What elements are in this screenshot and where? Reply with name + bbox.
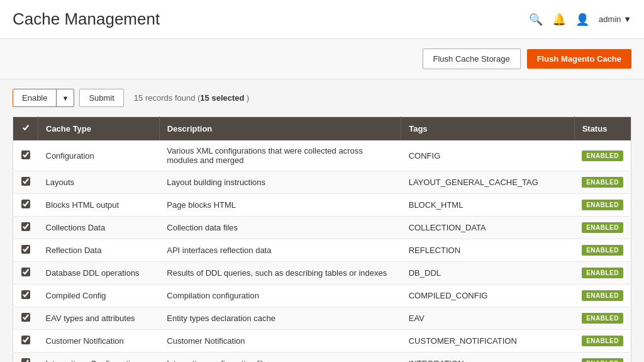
tags-cell: CONFIG [401, 140, 574, 171]
top-actions-bar: Flush Cache Storage Flush Magento Cache [0, 39, 644, 79]
row-checkbox-cell[interactable] [13, 330, 38, 353]
toolbar: Enable ▼ Submit 15 records found (15 sel… [13, 89, 631, 107]
status-badge: ENABLED [582, 358, 623, 362]
status-cell: ENABLED [574, 330, 631, 353]
table-row: Blocks HTML outputPage blocks HTMLBLOCK_… [13, 194, 631, 217]
user-icon: 👤 [575, 13, 589, 26]
table-row: Reflection DataAPI interfaces reflection… [13, 239, 631, 262]
cache-table: Cache Type Description Tags Status Confi… [13, 116, 631, 362]
tags-cell: REFLECTION [401, 239, 574, 262]
cache-type-cell: Compiled Config [38, 285, 160, 307]
description-cell: API interfaces reflection data [159, 239, 401, 262]
col-description: Description [159, 117, 401, 141]
tags-cell: CUSTOMER_NOTIFICATION [401, 330, 574, 353]
description-cell: Integration configuration file [159, 353, 401, 363]
status-badge: ENABLED [582, 313, 623, 324]
status-badge: ENABLED [582, 268, 623, 278]
table-row: Integrations ConfigurationIntegration co… [13, 353, 631, 363]
flush-magento-cache-button[interactable]: Flush Magento Cache [527, 49, 631, 69]
status-cell: ENABLED [574, 217, 631, 239]
status-badge: ENABLED [582, 177, 623, 188]
row-checkbox-cell[interactable] [13, 307, 38, 330]
status-badge: ENABLED [582, 150, 623, 161]
action-dropdown-button[interactable]: ▼ [56, 89, 74, 106]
row-checkbox[interactable] [21, 336, 30, 344]
admin-label[interactable]: admin ▼ [599, 14, 631, 24]
tags-cell: COMPILED_CONFIG [401, 285, 574, 307]
search-icon[interactable]: 🔍 [529, 13, 543, 26]
col-tags: Tags [401, 117, 574, 141]
tags-cell: INTEGRATION [401, 353, 574, 363]
table-row: EAV types and attributesEntity types dec… [13, 307, 631, 330]
row-checkbox[interactable] [21, 222, 30, 231]
row-checkbox-cell[interactable] [13, 262, 38, 285]
cache-type-cell: Database DDL operations [38, 262, 160, 285]
row-checkbox[interactable] [21, 200, 30, 208]
status-cell: ENABLED [574, 140, 631, 171]
status-cell: ENABLED [574, 239, 631, 262]
bell-icon[interactable]: 🔔 [552, 13, 566, 26]
row-checkbox-cell[interactable] [13, 353, 38, 363]
tags-cell: EAV [401, 307, 574, 330]
tags-cell: COLLECTION_DATA [401, 217, 574, 239]
row-checkbox-cell[interactable] [13, 285, 38, 307]
submit-button[interactable]: Submit [79, 89, 123, 107]
table-header-row: Cache Type Description Tags Status [13, 117, 631, 141]
cache-type-cell: Layouts [38, 171, 160, 194]
status-cell: ENABLED [574, 285, 631, 307]
status-badge: ENABLED [582, 222, 623, 233]
select-all-checkbox[interactable] [21, 123, 30, 132]
row-checkbox-cell[interactable] [13, 194, 38, 217]
select-all-header[interactable] [13, 117, 38, 141]
content-area: Enable ▼ Submit 15 records found (15 sel… [0, 79, 644, 362]
status-badge: ENABLED [582, 336, 623, 346]
status-cell: ENABLED [574, 307, 631, 330]
header: Cache Management 🔍 🔔 👤 admin ▼ [0, 0, 644, 39]
status-cell: ENABLED [574, 194, 631, 217]
flush-cache-storage-button[interactable]: Flush Cache Storage [423, 48, 521, 69]
row-checkbox-cell[interactable] [13, 239, 38, 262]
cache-type-cell: Customer Notification [38, 330, 160, 353]
status-cell: ENABLED [574, 353, 631, 363]
cache-type-cell: Collections Data [38, 217, 160, 239]
action-group: Enable ▼ [13, 89, 74, 107]
cache-type-cell: Reflection Data [38, 239, 160, 262]
row-checkbox[interactable] [21, 245, 30, 254]
row-checkbox[interactable] [21, 313, 30, 322]
records-info: 15 records found (15 selected ) [134, 93, 250, 103]
description-cell: Entity types declaration cache [159, 307, 401, 330]
row-checkbox[interactable] [21, 290, 30, 299]
row-checkbox[interactable] [21, 177, 30, 186]
enable-button[interactable]: Enable [13, 89, 56, 106]
row-checkbox-cell[interactable] [13, 171, 38, 194]
table-row: ConfigurationVarious XML configurations … [13, 140, 631, 171]
table-row: Customer NotificationCustomer Notificati… [13, 330, 631, 353]
table-row: LayoutsLayout building instructionsLAYOU… [13, 171, 631, 194]
table-body: ConfigurationVarious XML configurations … [13, 140, 631, 362]
status-badge: ENABLED [582, 245, 623, 256]
description-cell: Page blocks HTML [159, 194, 401, 217]
col-status: Status [574, 117, 631, 141]
table-row: Collections DataCollection data filesCOL… [13, 217, 631, 239]
status-badge: ENABLED [582, 290, 623, 301]
page-title: Cache Management [13, 9, 160, 29]
description-cell: Various XML configurations that were col… [159, 140, 401, 171]
status-cell: ENABLED [574, 262, 631, 285]
row-checkbox-cell[interactable] [13, 140, 38, 171]
row-checkbox-cell[interactable] [13, 217, 38, 239]
status-cell: ENABLED [574, 171, 631, 194]
description-cell: Results of DDL queries, such as describi… [159, 262, 401, 285]
cache-type-cell: Configuration [38, 140, 160, 171]
header-actions: 🔍 🔔 👤 admin ▼ [529, 13, 631, 26]
row-checkbox[interactable] [21, 358, 30, 362]
row-checkbox[interactable] [21, 268, 30, 276]
table-row: Compiled ConfigCompilation configuration… [13, 285, 631, 307]
description-cell: Customer Notification [159, 330, 401, 353]
cache-type-cell: Integrations Configuration [38, 353, 160, 363]
description-cell: Layout building instructions [159, 171, 401, 194]
description-cell: Compilation configuration [159, 285, 401, 307]
description-cell: Collection data files [159, 217, 401, 239]
status-badge: ENABLED [582, 200, 623, 210]
tags-cell: BLOCK_HTML [401, 194, 574, 217]
row-checkbox[interactable] [21, 150, 30, 159]
